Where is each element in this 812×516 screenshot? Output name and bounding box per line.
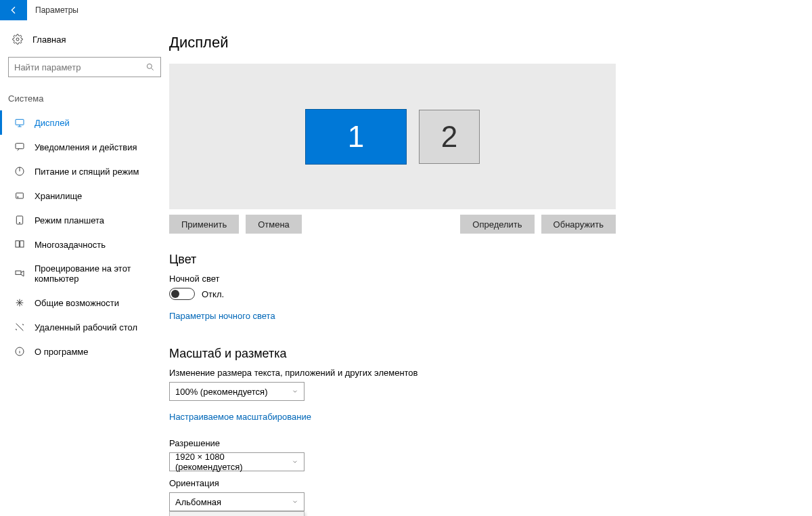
orientation-select[interactable]: Альбомная (169, 492, 304, 511)
project-icon (14, 268, 25, 279)
night-light-toggle[interactable] (169, 288, 195, 300)
search-box[interactable] (8, 57, 161, 77)
sidebar-item-display[interactable]: Дисплей (0, 110, 169, 135)
detect-button[interactable]: Обнаружить (541, 215, 616, 234)
back-button[interactable] (0, 0, 27, 20)
svg-point-6 (18, 196, 18, 197)
svg-point-0 (16, 38, 19, 41)
scale-value: 100% (рекомендуется) (175, 387, 267, 397)
multitask-icon (14, 239, 25, 250)
sidebar-item-project[interactable]: Проецирование на этот компьютер (0, 257, 169, 291)
main-content: Дисплей 1 2 Применить Отмена Определить … (169, 20, 656, 516)
resolution-value: 1920 × 1080 (рекомендуется) (175, 452, 292, 472)
search-icon (145, 62, 155, 72)
chevron-down-icon (292, 458, 298, 465)
svg-point-8 (19, 222, 20, 223)
monitor-1[interactable]: 1 (305, 109, 407, 165)
category-label: Система (0, 89, 169, 110)
scale-select[interactable]: 100% (рекомендуется) (169, 382, 304, 401)
sidebar-item-remote[interactable]: Удаленный рабочий стол (0, 315, 169, 339)
sidebar-item-label: Режим планшета (35, 215, 104, 225)
identify-button[interactable]: Определить (460, 215, 534, 234)
resolution-label: Разрешение (169, 438, 616, 448)
storage-icon (14, 190, 25, 201)
toggle-state-label: Откл. (202, 289, 224, 299)
sidebar: Главная Система Дисплей Уведомления и де… (0, 20, 169, 516)
sidebar-item-power[interactable]: Питание и спящий режим (0, 159, 169, 184)
sidebar-item-label: Проецирование на этот компьютер (35, 263, 157, 284)
sidebar-item-notifications[interactable]: Уведомления и действия (0, 135, 169, 159)
sidebar-item-label: Хранилище (35, 191, 82, 201)
power-icon (14, 166, 25, 177)
page-title: Дисплей (169, 34, 616, 51)
sidebar-item-shared[interactable]: Общие возможности (0, 291, 169, 315)
svg-rect-5 (16, 193, 24, 198)
sidebar-item-label: Удаленный рабочий стол (35, 322, 137, 332)
orientation-value: Альбомная (175, 497, 221, 507)
custom-scaling-link[interactable]: Настраиваемое масштабирование (169, 412, 311, 422)
sidebar-item-about[interactable]: О программе (0, 339, 169, 364)
chevron-down-icon (292, 388, 298, 395)
sidebar-item-label: Уведомления и действия (35, 142, 137, 152)
chevron-down-icon (292, 498, 298, 505)
svg-rect-9 (16, 241, 19, 247)
dropdown-option[interactable]: Дублировать эти экраны (170, 512, 304, 516)
app-title: Параметры (27, 5, 87, 15)
cancel-button[interactable]: Отмена (246, 215, 302, 234)
monitor-icon (14, 117, 25, 128)
sidebar-item-label: О программе (35, 347, 89, 357)
speech-icon (14, 142, 25, 152)
svg-rect-10 (20, 241, 24, 247)
night-light-label: Ночной свет (169, 274, 616, 284)
section-color: Цвет (169, 253, 616, 267)
svg-point-1 (147, 64, 152, 68)
sidebar-item-storage[interactable]: Хранилище (0, 184, 169, 208)
monitor-arrangement-area[interactable]: 1 2 (169, 64, 616, 209)
remote-icon (14, 322, 25, 332)
section-scale: Масштаб и разметка (169, 347, 616, 361)
sidebar-item-label: Питание и спящий режим (35, 167, 139, 177)
svg-rect-3 (16, 144, 24, 149)
sidebar-item-tablet[interactable]: Режим планшета (0, 208, 169, 232)
home-label: Главная (32, 35, 66, 45)
sidebar-item-multitask[interactable]: Многозадачность (0, 232, 169, 257)
svg-rect-11 (16, 271, 21, 274)
shared-icon (14, 297, 25, 308)
scale-label: Изменение размера текста, приложений и д… (169, 368, 616, 378)
multi-display-dropdown[interactable]: Дублировать эти экраны Расширить эти экр… (169, 511, 304, 516)
monitor-2[interactable]: 2 (419, 110, 480, 164)
sidebar-item-label: Многозадачность (35, 240, 106, 250)
arrow-left-icon (8, 5, 19, 16)
apply-button[interactable]: Применить (169, 215, 239, 234)
sidebar-item-label: Дисплей (35, 118, 70, 128)
tablet-icon (14, 215, 25, 225)
sidebar-home[interactable]: Главная (0, 27, 169, 51)
sidebar-item-label: Общие возможности (35, 298, 119, 308)
night-light-settings-link[interactable]: Параметры ночного света (169, 311, 275, 321)
orientation-label: Ориентация (169, 478, 616, 488)
search-input[interactable] (9, 62, 160, 72)
resolution-select[interactable]: 1920 × 1080 (рекомендуется) (169, 452, 304, 471)
svg-rect-2 (16, 119, 24, 125)
gear-icon (12, 34, 23, 45)
info-icon (14, 346, 25, 357)
